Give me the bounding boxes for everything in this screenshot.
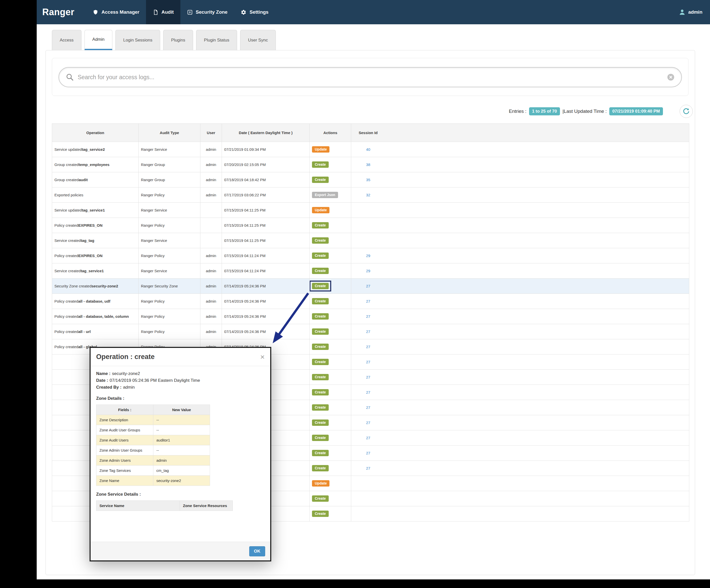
- session-id-link[interactable]: 27: [366, 421, 371, 425]
- session-id-link[interactable]: 27: [366, 329, 371, 334]
- search-input[interactable]: [78, 74, 663, 81]
- session-id-link[interactable]: 29: [366, 269, 371, 273]
- create-action-badge[interactable]: Create: [312, 465, 329, 471]
- create-action-badge[interactable]: Create: [312, 222, 329, 229]
- user-cell: [200, 203, 222, 218]
- user-menu[interactable]: admin: [679, 8, 710, 16]
- tab-login-sessions[interactable]: Login Sessions: [115, 30, 160, 50]
- tab-user-sync[interactable]: User Sync: [240, 30, 276, 50]
- modal-body: Name :security-zone2Date :07/14/2019 05:…: [91, 366, 270, 542]
- update-action-badge[interactable]: Update: [312, 480, 329, 487]
- session-id-link[interactable]: 27: [366, 314, 371, 319]
- table-row: Group created auditRanger Groupadmin07/1…: [52, 172, 689, 187]
- tab-access[interactable]: Access: [52, 30, 81, 50]
- create-action-badge[interactable]: Create: [312, 268, 329, 274]
- user-cell: admin: [200, 142, 222, 157]
- zone-field-value: auditor1: [153, 435, 210, 445]
- ok-button[interactable]: OK: [249, 546, 265, 556]
- close-icon[interactable]: ×: [260, 353, 265, 361]
- session-id-link[interactable]: 27: [366, 299, 371, 303]
- session-id-link[interactable]: 27: [366, 466, 371, 470]
- zone-field-name: Zone Name: [96, 476, 153, 486]
- nav-item-audit[interactable]: Audit: [146, 0, 181, 24]
- update-action-badge[interactable]: Update: [312, 146, 329, 152]
- create-action-badge[interactable]: Create: [312, 344, 329, 350]
- session-id-cell: 27: [351, 294, 385, 309]
- session-id-cell: 27: [351, 339, 385, 354]
- table-row: Policy created all - database, table, co…: [52, 309, 689, 324]
- create-action-badge[interactable]: Create: [312, 298, 329, 304]
- create-action-badge[interactable]: Create: [312, 450, 329, 456]
- search-box[interactable]: [58, 67, 682, 87]
- create-action-badge[interactable]: Create: [312, 161, 329, 168]
- modal-meta-label: Date :: [96, 378, 108, 383]
- session-id-link[interactable]: 27: [366, 436, 371, 440]
- create-action-badge[interactable]: Create: [312, 420, 329, 426]
- actions-cell: Create: [310, 461, 351, 476]
- filler-cell: [385, 506, 689, 521]
- tab-admin[interactable]: Admin: [85, 30, 112, 50]
- create-action-badge[interactable]: Create: [312, 328, 329, 335]
- audit-type-cell: Ranger Service: [139, 203, 200, 218]
- create-action-badge[interactable]: Create: [312, 313, 329, 320]
- audit-type-cell: Ranger Policy: [139, 248, 200, 263]
- filler-cell: [385, 476, 689, 491]
- refresh-icon: [682, 108, 690, 115]
- create-action-badge[interactable]: Create: [312, 237, 329, 244]
- session-id-cell: [351, 233, 385, 248]
- modal-meta-line: Created By :admin: [96, 385, 265, 390]
- session-id-link[interactable]: 32: [366, 193, 371, 197]
- user-cell: admin: [200, 187, 222, 203]
- filler-cell: [385, 203, 689, 218]
- create-action-badge[interactable]: Create: [312, 359, 329, 365]
- actions-cell: Export Json: [310, 187, 351, 203]
- session-id-cell: 29: [351, 248, 385, 263]
- audit-type-cell: Ranger Group: [139, 172, 200, 187]
- nav-item-access-manager[interactable]: Access Manager: [86, 0, 146, 24]
- nav-item-security-zone[interactable]: Security Zone: [181, 0, 234, 24]
- create-action-badge[interactable]: Create: [312, 404, 329, 410]
- create-action-badge[interactable]: Create: [312, 283, 329, 289]
- export-action-badge[interactable]: Export Json: [312, 192, 338, 198]
- create-action-badge[interactable]: Create: [312, 511, 329, 517]
- filler-cell: [385, 385, 689, 400]
- session-id-link[interactable]: 27: [366, 284, 371, 288]
- clear-search-icon[interactable]: [667, 73, 675, 81]
- zone-field-name: Zone Admin Users: [96, 455, 153, 466]
- session-id-link[interactable]: 35: [366, 178, 371, 182]
- create-action-badge[interactable]: Create: [312, 435, 329, 441]
- session-id-link[interactable]: 27: [366, 390, 371, 395]
- session-id-cell: 27: [351, 415, 385, 430]
- session-id-link[interactable]: 27: [366, 345, 371, 349]
- gear-icon: [241, 9, 246, 15]
- create-action-badge[interactable]: Create: [312, 495, 329, 502]
- user-cell: admin: [200, 324, 222, 339]
- session-id-link[interactable]: 29: [366, 254, 371, 258]
- zone-field-name: Zone Audit Users: [96, 435, 153, 445]
- refresh-button[interactable]: [680, 105, 693, 118]
- operation-cell: Service created tag_tag: [52, 233, 139, 248]
- audit-type-cell: Ranger Policy: [139, 324, 200, 339]
- filler-cell: [385, 279, 689, 293]
- tab-plugins[interactable]: Plugins: [163, 30, 193, 50]
- create-action-badge[interactable]: Create: [312, 374, 329, 380]
- filler-cell: [385, 157, 689, 172]
- zone-service-resources-column-header: Zone Service Resources: [180, 501, 233, 511]
- tab-plugin-status[interactable]: Plugin Status: [196, 30, 237, 50]
- create-action-badge[interactable]: Create: [312, 389, 329, 396]
- modal-meta-value: 07/14/2019 05:24:36 PM Eastern Daylight …: [110, 378, 200, 383]
- update-action-badge[interactable]: Update: [312, 207, 329, 213]
- table-header-row: OperationAudit TypeUserDate ( Eastern Da…: [52, 123, 689, 142]
- create-action-badge[interactable]: Create: [312, 177, 329, 183]
- session-id-link[interactable]: 27: [366, 451, 371, 455]
- actions-cell: Create: [310, 400, 351, 415]
- operation-cell: Security Zone created security-zone2: [52, 279, 139, 293]
- audit-type-cell: Ranger Policy: [139, 187, 200, 203]
- session-id-link[interactable]: 27: [366, 405, 371, 409]
- session-id-link[interactable]: 38: [366, 162, 371, 167]
- session-id-link[interactable]: 40: [366, 147, 371, 151]
- create-action-badge[interactable]: Create: [312, 253, 329, 259]
- session-id-link[interactable]: 27: [366, 360, 371, 364]
- nav-item-settings[interactable]: Settings: [234, 0, 275, 24]
- session-id-link[interactable]: 27: [366, 375, 371, 379]
